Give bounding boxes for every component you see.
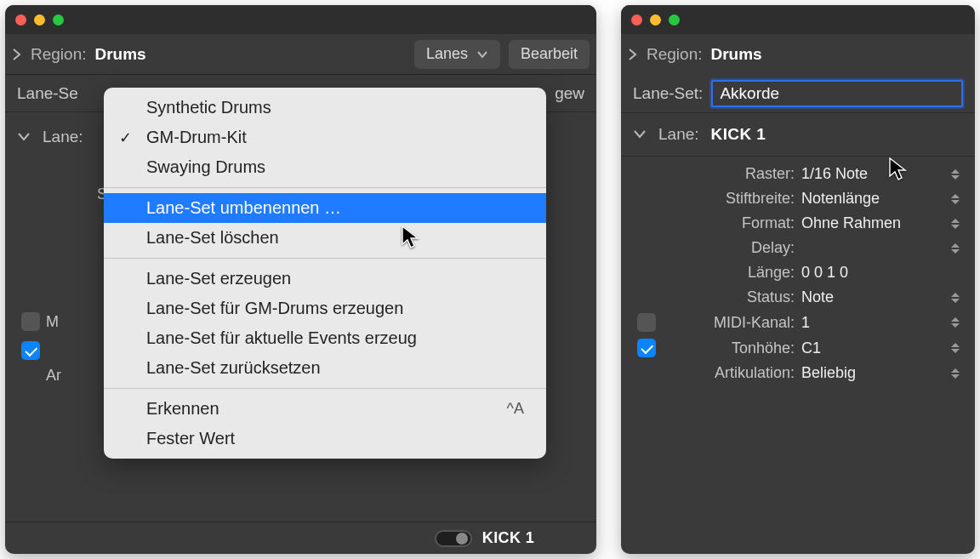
menu-item-label: Lane-Set zurücksetzen <box>146 358 321 378</box>
stepper[interactable] <box>948 368 963 379</box>
menu-item-label: Lane-Set für aktuelle Events erzeug <box>146 328 417 348</box>
region-disclosure[interactable]: Region: Drums <box>628 45 762 64</box>
menu-item-label: GM-Drum-Kit <box>146 128 247 147</box>
inspector-row: Raster:1/16 Note <box>621 162 975 186</box>
inspector-row: Format:Ohne Rahmen <box>621 211 975 236</box>
inspector-value[interactable]: Note <box>801 288 948 306</box>
inspector-label: Stiftbreite: <box>662 190 801 208</box>
stepper[interactable] <box>948 317 963 328</box>
region-label: Region: <box>647 45 703 64</box>
lane-label: Lane: <box>43 128 83 146</box>
zoom-button[interactable] <box>669 14 680 26</box>
menu-item-label: Lane-Set erzeugen <box>146 269 291 288</box>
menu-item[interactable]: Lane-Set für aktuelle Events erzeug <box>104 323 546 353</box>
inspector-label: Raster: <box>662 165 801 183</box>
menu-item-detect[interactable]: Erkennen ^A <box>104 394 546 424</box>
region-disclosure[interactable]: Region: Drums <box>12 45 146 64</box>
chevron-down-icon <box>17 132 31 142</box>
stepper[interactable] <box>948 243 963 254</box>
inspector-value[interactable]: 1/16 Note <box>801 165 948 183</box>
lane-disclosure-row[interactable]: Lane: KICK 1 <box>621 112 975 157</box>
lane-set-row: Lane-Set: <box>621 75 975 112</box>
inspector-label: Delay: <box>662 239 801 257</box>
menu-item-rename-lane-set[interactable]: Lane-Set umbenennen … <box>104 193 546 223</box>
menu-item[interactable]: ✓GM-Drum-Kit <box>104 123 546 152</box>
stepper[interactable] <box>948 343 963 353</box>
minimize-button[interactable] <box>34 14 45 26</box>
generic-checkbox[interactable] <box>21 341 40 360</box>
inspector-row: Stiftbreite:Notenlänge <box>621 186 975 211</box>
close-button[interactable] <box>15 14 26 26</box>
stepper[interactable] <box>948 293 963 303</box>
inspector-value[interactable]: C1 <box>801 339 948 357</box>
inspector-row: MIDI-Kanal:1 <box>621 310 975 335</box>
inspector-label: MIDI-Kanal: <box>662 314 801 332</box>
menu-item-fixed-value[interactable]: Fester Wert <box>104 424 546 453</box>
menu-item[interactable]: Lane-Set für GM-Drums erzeugen <box>104 294 546 323</box>
titlebar <box>621 5 975 34</box>
lanes-dropdown[interactable]: Lanes <box>414 40 500 69</box>
inspector-checkbox[interactable] <box>637 339 656 357</box>
art-label: Ar <box>46 367 68 385</box>
chevron-right-icon <box>12 48 22 61</box>
lane-set-extra-label: gew <box>555 84 584 103</box>
menu-item[interactable]: Synthetic Drums <box>104 93 546 123</box>
stepper[interactable] <box>948 169 963 180</box>
close-button[interactable] <box>631 14 642 26</box>
lane-toggle[interactable] <box>435 530 472 547</box>
inspector-label: Länge: <box>662 264 801 282</box>
inspector-label: Status: <box>662 288 801 306</box>
minimize-button[interactable] <box>650 14 661 26</box>
menu-separator <box>104 388 546 389</box>
menu-separator <box>104 258 546 259</box>
menu-item[interactable]: Swaying Drums <box>104 152 546 182</box>
inspector-row: Status:Note <box>621 285 975 310</box>
menu-item-label: Lane-Set für GM-Drums erzeugen <box>146 299 403 318</box>
menu-item-label: Fester Wert <box>146 429 235 448</box>
region-value: Drums <box>711 45 762 64</box>
inspector-label: Format: <box>662 214 801 232</box>
check-icon: ✓ <box>119 128 132 147</box>
inspector-row: Tonhöhe:C1 <box>621 335 975 361</box>
menu-item-label: Lane-Set umbenennen … <box>146 198 341 218</box>
step-editor-window-right: Region: Drums Lane-Set: Lane: KICK 1 Ras… <box>621 5 975 554</box>
lane-strip: KICK 1 <box>5 522 596 554</box>
menu-separator <box>104 187 546 188</box>
toolbar: Region: Drums Lanes Bearbeit <box>5 34 596 75</box>
mute-checkbox[interactable] <box>21 312 40 331</box>
lane-set-label: Lane-Set: <box>633 84 703 103</box>
lanes-dropdown-label: Lanes <box>426 45 468 63</box>
edit-dropdown-label: Bearbeit <box>521 45 578 63</box>
inspector-value[interactable]: Beliebig <box>801 364 948 382</box>
inspector-value[interactable]: Notenlänge <box>801 190 948 208</box>
lane-label: Lane: <box>658 125 699 144</box>
lane-set-label: Lane-Se <box>17 84 78 103</box>
lane-set-context-menu: Synthetic Drums ✓GM-Drum-Kit Swaying Dru… <box>104 88 546 459</box>
stepper[interactable] <box>948 219 963 229</box>
menu-item-label: Erkennen <box>146 399 219 419</box>
menu-item-delete-lane-set[interactable]: Lane-Set löschen <box>104 223 546 253</box>
chevron-down-icon <box>476 50 488 59</box>
inspector-label: Tonhöhe: <box>662 339 801 357</box>
region-label: Region: <box>31 45 87 64</box>
lane-strip-name: KICK 1 <box>482 529 534 547</box>
menu-item-label: Lane-Set löschen <box>146 228 279 248</box>
lane-set-name-input[interactable] <box>711 80 963 107</box>
inspector-value[interactable]: Ohne Rahmen <box>801 214 948 232</box>
zoom-button[interactable] <box>53 14 64 26</box>
inspector-value[interactable]: 0 0 1 0 <box>801 264 948 282</box>
menu-item[interactable]: Lane-Set zurücksetzen <box>104 353 546 383</box>
menu-item-shortcut: ^A <box>507 400 524 418</box>
chevron-down-icon <box>633 129 647 140</box>
inspector-checkbox[interactable] <box>637 313 656 332</box>
toolbar: Region: Drums <box>621 34 975 75</box>
menu-item[interactable]: Lane-Set erzeugen <box>104 264 546 294</box>
inspector-row: Länge:0 0 1 0 <box>621 260 975 285</box>
edit-dropdown[interactable]: Bearbeit <box>509 40 590 69</box>
inspector-value[interactable]: 1 <box>801 314 948 332</box>
menu-item-label: Swaying Drums <box>146 157 265 177</box>
chevron-right-icon <box>628 48 638 61</box>
stepper[interactable] <box>948 194 963 204</box>
mute-label: M <box>46 313 66 331</box>
menu-item-label: Synthetic Drums <box>146 98 271 117</box>
